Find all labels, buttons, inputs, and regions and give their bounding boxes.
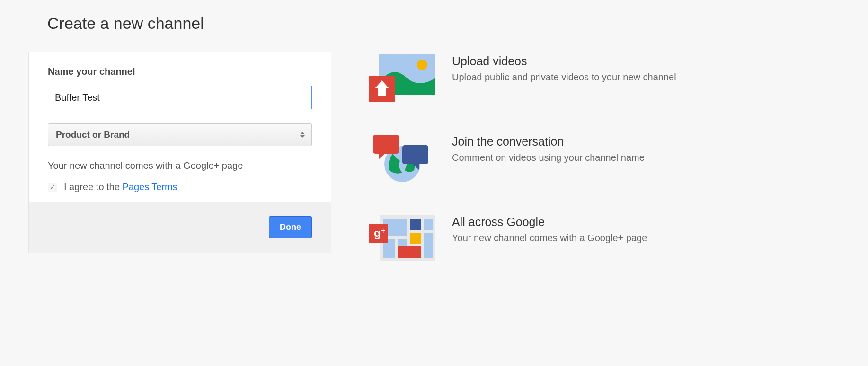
select-arrows-icon: [300, 132, 305, 138]
join-conversation-icon: [369, 135, 435, 182]
benefit-desc: Comment on videos using your channel nam…: [452, 152, 645, 163]
benefit-title: All across Google: [452, 215, 647, 229]
google-plus-info: Your new channel comes with a Google+ pa…: [48, 160, 312, 171]
page-title: Create a new channel: [28, 14, 840, 33]
benefit-title: Upload videos: [452, 54, 676, 68]
form-footer: Done: [29, 202, 331, 253]
agree-checkbox[interactable]: ✓: [48, 183, 57, 192]
channel-name-label: Name your channel: [48, 66, 312, 77]
agree-text: I agree to the Pages Terms: [64, 182, 177, 192]
svg-text:g: g: [374, 227, 381, 239]
svg-rect-14: [398, 246, 421, 258]
all-across-google-icon: g +: [369, 215, 435, 262]
benefit-title: Join the conversation: [452, 135, 645, 148]
form-body: Name your channel Product or Brand Your …: [29, 52, 331, 202]
svg-rect-5: [402, 145, 428, 164]
done-button[interactable]: Done: [269, 216, 312, 238]
checkmark-icon: ✓: [50, 183, 56, 191]
agree-prefix: I agree to the: [64, 182, 122, 192]
create-channel-form: Name your channel Product or Brand Your …: [28, 52, 331, 253]
benefit-desc: Upload public and private videos to your…: [452, 72, 676, 83]
benefits-list: Upload videos Upload public and private …: [369, 52, 840, 296]
svg-point-1: [417, 60, 427, 70]
benefit-desc: Your new channel comes with a Google+ pa…: [452, 233, 647, 244]
benefit-upload-videos: Upload videos Upload public and private …: [369, 54, 840, 102]
svg-rect-8: [410, 219, 421, 230]
svg-rect-9: [424, 219, 433, 230]
svg-rect-4: [373, 135, 399, 154]
upload-videos-icon: [369, 54, 435, 102]
pages-terms-link[interactable]: Pages Terms: [122, 182, 177, 192]
agree-row: ✓ I agree to the Pages Terms: [48, 182, 312, 192]
benefit-all-across-google: g + All across Google Your new channel c…: [369, 215, 840, 262]
benefit-join-conversation: Join the conversation Comment on videos …: [369, 135, 840, 182]
category-select[interactable]: Product or Brand: [48, 123, 312, 146]
svg-text:+: +: [381, 227, 385, 235]
content-wrapper: Name your channel Product or Brand Your …: [28, 52, 840, 296]
svg-rect-10: [410, 233, 421, 244]
svg-rect-11: [424, 233, 433, 258]
category-selected-label: Product or Brand: [56, 130, 130, 139]
channel-name-input[interactable]: [48, 86, 312, 109]
